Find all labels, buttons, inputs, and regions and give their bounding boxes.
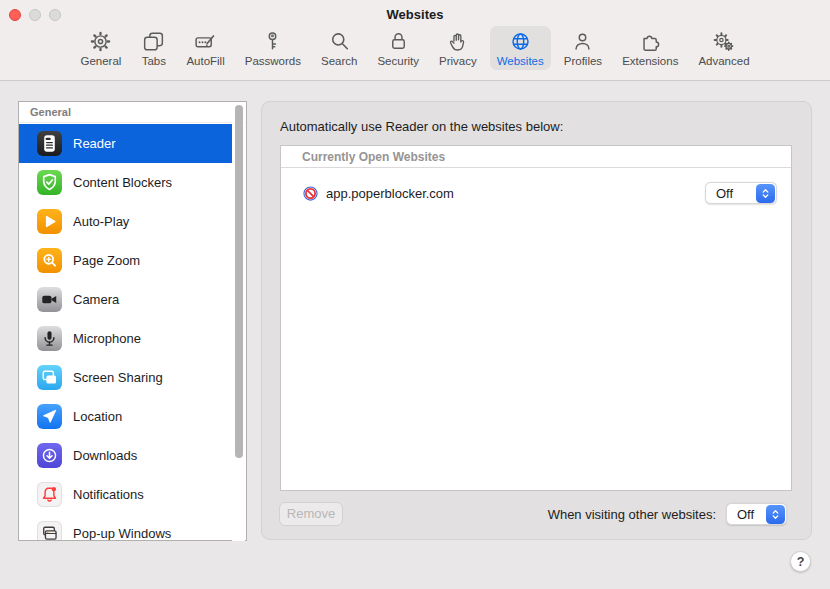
hand-icon [445,29,470,54]
sidebar-item-location[interactable]: Location [19,397,232,436]
puzzle-icon [638,29,663,54]
toolbar-tab-websites[interactable]: Websites [490,26,551,70]
camera-icon [37,287,62,312]
downloads-icon [37,443,62,468]
toolbar-tab-advanced[interactable]: Advanced [691,26,756,70]
chevron-up-down-icon [756,184,775,203]
gear-icon [88,29,113,54]
sidebar-item-label: Notifications [73,487,144,502]
toolbar-tab-label: Passwords [245,55,301,67]
screen-sharing-icon [37,365,62,390]
sidebar-item-label: Location [73,409,122,424]
sidebar-item-microphone[interactable]: Microphone [19,319,232,358]
reader-mode-dropdown[interactable]: Off [705,182,777,204]
dropdown-value: Off [716,186,756,201]
toolbar-tab-label: Extensions [622,55,678,67]
sidebar-item-content-blockers[interactable]: Content Blockers [19,163,232,202]
sidebar-scrollbar[interactable] [232,103,245,541]
settings-toolbar: General Tabs AutoFill Passwords [0,26,830,70]
content-blockers-icon [37,170,62,195]
notifications-icon [37,482,62,507]
sidebar-item-label: Screen Sharing [73,370,163,385]
sidebar-item-label: Reader [73,136,116,151]
websites-table: Currently Open Websites app.poperblocker… [280,145,792,491]
location-icon [37,404,62,429]
toolbar-tab-label: General [80,55,121,67]
toolbar-tab-tabs[interactable]: Tabs [134,26,173,70]
sidebar-item-label: Microphone [73,331,141,346]
window-title: Websites [0,7,830,22]
toolbar-tab-extensions[interactable]: Extensions [615,26,685,70]
toolbar-tab-label: Security [377,55,419,67]
key-icon [260,29,285,54]
blocked-icon [303,186,318,201]
toolbar-tab-label: Tabs [142,55,166,67]
sidebar-item-camera[interactable]: Camera [19,280,232,319]
sidebar-item-label: Camera [73,292,119,307]
sidebar-item-notifications[interactable]: Notifications [19,475,232,514]
dropdown-value: Off [737,507,766,522]
sidebar-item-page-zoom[interactable]: Page Zoom [19,241,232,280]
site-name: app.poperblocker.com [326,186,454,201]
toolbar-tab-label: Profiles [564,55,602,67]
other-websites-label: When visiting other websites: [548,507,716,522]
sidebar-item-auto-play[interactable]: Auto-Play [19,202,232,241]
magnifier-icon [327,29,352,54]
toolbar-tab-label: Search [321,55,357,67]
reader-settings-panel: Automatically use Reader on the websites… [261,101,812,540]
toolbar-tab-search[interactable]: Search [314,26,364,70]
toolbar-tab-label: Advanced [698,55,749,67]
toolbar-tab-label: Websites [497,55,544,67]
toolbar-tab-label: AutoFill [186,55,224,67]
toolbar-tab-passwords[interactable]: Passwords [238,26,308,70]
panel-footer: Remove When visiting other websites: Off [279,501,787,527]
toolbar-tab-autofill[interactable]: AutoFill [179,26,231,70]
sidebar-item-label: Pop-up Windows [73,526,171,540]
auto-play-icon [37,209,62,234]
toolbar-tab-profiles[interactable]: Profiles [557,26,609,70]
toolbar-tab-general[interactable]: General [73,26,128,70]
sidebar-item-label: Page Zoom [73,253,140,268]
person-icon [570,29,595,54]
toolbar-tab-label: Privacy [439,55,477,67]
sidebar-section-header: General [19,102,246,123]
table-row[interactable]: app.poperblocker.com Off [281,170,791,216]
sidebar-item-popup-windows[interactable]: Pop-up Windows [19,514,232,540]
scrollbar-thumb[interactable] [235,105,243,458]
table-column-header: Currently Open Websites [281,146,791,168]
panel-heading: Automatically use Reader on the websites… [280,119,563,134]
websites-sidebar: General Reader Content Blockers Auto-Pla… [18,101,247,541]
page-zoom-icon [37,248,62,273]
remove-button[interactable]: Remove [279,502,343,526]
sidebar-item-screen-sharing[interactable]: Screen Sharing [19,358,232,397]
chevron-up-down-icon [766,505,785,524]
sidebar-item-label: Downloads [73,448,137,463]
reader-icon [37,131,62,156]
globe-icon [508,29,533,54]
tabs-icon [141,29,166,54]
autofill-icon [193,29,218,54]
toolbar-tab-security[interactable]: Security [370,26,426,70]
other-websites-dropdown[interactable]: Off [726,503,787,525]
sidebar-item-downloads[interactable]: Downloads [19,436,232,475]
titlebar-toolbar: Websites General Tabs AutoFill [0,0,830,81]
popup-windows-icon [37,521,62,540]
toolbar-tab-privacy[interactable]: Privacy [432,26,484,70]
sidebar-list: Reader Content Blockers Auto-Play Page Z… [19,124,232,540]
sidebar-item-label: Content Blockers [73,175,172,190]
sidebar-item-label: Auto-Play [73,214,129,229]
gears-icon [711,29,736,54]
help-button[interactable]: ? [790,551,811,572]
sidebar-item-reader[interactable]: Reader [19,124,232,163]
microphone-icon [37,326,62,351]
lock-icon [386,29,411,54]
safari-settings-window: Websites General Tabs AutoFill [0,0,830,589]
